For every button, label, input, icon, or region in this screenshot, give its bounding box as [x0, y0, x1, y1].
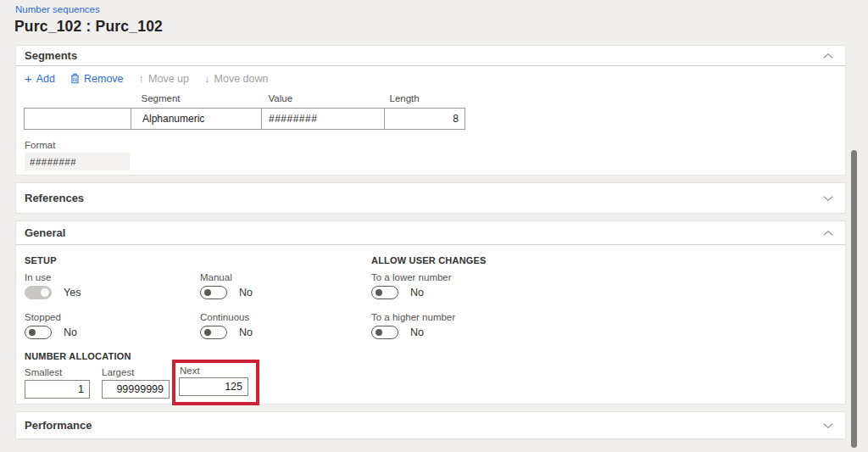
manual-value: No	[239, 287, 253, 299]
next-input[interactable]	[179, 377, 248, 396]
page-title: Purc_102 : Purc_102	[14, 18, 163, 36]
stopped-toggle[interactable]	[25, 326, 52, 339]
in-use-value: Yes	[64, 287, 81, 299]
move-up-button-label: Move up	[148, 73, 189, 85]
smallest-input[interactable]	[25, 380, 90, 399]
continuous-value: No	[239, 326, 253, 338]
allow-user-changes-group-heading: ALLOW USER CHANGES	[371, 255, 487, 265]
add-button[interactable]: + Add	[25, 73, 55, 85]
section-general: General SETUP ALLOW USER CHANGES In use …	[15, 220, 846, 405]
value-cell[interactable]: ########	[262, 109, 385, 130]
row-selector-cell[interactable]	[25, 109, 131, 130]
in-use-label: In use	[25, 272, 81, 282]
manual-label: Manual	[200, 272, 253, 282]
to-higher-number-field: To a higher number No	[371, 312, 455, 339]
manual-toggle[interactable]	[200, 286, 227, 299]
smallest-label: Smallest	[25, 367, 90, 377]
row-selector-column-header	[25, 92, 131, 109]
smallest-field: Smallest	[25, 367, 90, 399]
arrow-up-icon: ↑	[139, 72, 145, 85]
section-segments: Segments + Add Remove ↑ Move up ↓ Move d…	[15, 45, 846, 176]
segment-column-header: Segment	[131, 92, 262, 109]
to-lower-number-label: To a lower number	[371, 272, 452, 282]
section-performance-header[interactable]: Performance	[16, 412, 845, 438]
stopped-field: Stopped No	[25, 312, 77, 339]
segments-table-header-row: Segment Value Length	[25, 92, 465, 109]
to-lower-number-value: No	[410, 287, 424, 299]
continuous-label: Continuous	[200, 312, 253, 322]
segment-cell[interactable]: Alphanumeric	[131, 109, 262, 130]
section-performance-title: Performance	[25, 419, 92, 432]
continuous-toggle[interactable]	[200, 326, 227, 339]
move-down-button[interactable]: ↓ Move down	[204, 72, 268, 85]
to-lower-number-field: To a lower number No	[371, 272, 452, 299]
toggle-knob	[376, 329, 382, 336]
toggle-knob	[29, 329, 36, 336]
section-references: References	[15, 182, 846, 214]
next-field-highlight-box: Next	[172, 360, 259, 405]
in-use-field: In use Yes	[25, 272, 81, 299]
stopped-value: No	[64, 326, 77, 338]
stopped-label: Stopped	[25, 312, 77, 322]
toggle-knob	[41, 288, 49, 297]
breadcrumb[interactable]: Number sequences	[15, 4, 100, 14]
remove-button[interactable]: Remove	[70, 73, 124, 85]
length-column-header: Length	[385, 92, 465, 109]
number-allocation-group-heading: NUMBER ALLOCATION	[25, 351, 131, 361]
format-label: Format	[25, 140, 845, 150]
plus-icon: +	[25, 74, 32, 84]
chevron-down-icon[interactable]	[823, 422, 833, 429]
toggle-knob	[204, 329, 211, 336]
format-field[interactable]	[25, 153, 130, 170]
largest-input[interactable]	[102, 380, 170, 399]
length-cell[interactable]: 8	[385, 109, 465, 130]
vertical-scrollbar[interactable]	[851, 150, 857, 448]
next-label: Next	[180, 366, 256, 376]
move-down-button-label: Move down	[214, 73, 269, 85]
segments-toolbar: + Add Remove ↑ Move up ↓ Move down	[25, 72, 845, 85]
toggle-knob	[204, 289, 211, 296]
section-segments-title: Segments	[25, 49, 77, 62]
table-row[interactable]: Alphanumeric ######## 8	[25, 109, 465, 130]
arrow-down-icon: ↓	[204, 72, 210, 85]
section-general-title: General	[25, 226, 65, 239]
segments-table: Segment Value Length Alphanumeric ######…	[24, 92, 465, 130]
value-column-header: Value	[262, 92, 385, 109]
continuous-field: Continuous No	[200, 312, 253, 339]
trash-icon	[70, 73, 80, 84]
manual-field: Manual No	[200, 272, 253, 299]
to-higher-number-toggle[interactable]	[371, 326, 398, 339]
largest-field: Largest	[102, 367, 170, 399]
move-up-button[interactable]: ↑ Move up	[139, 72, 189, 85]
chevron-down-icon[interactable]	[823, 195, 833, 202]
setup-group-heading: SETUP	[25, 255, 57, 265]
largest-label: Largest	[102, 367, 170, 377]
to-lower-number-toggle[interactable]	[371, 286, 398, 299]
section-references-title: References	[25, 192, 84, 204]
section-references-header[interactable]: References	[16, 183, 845, 213]
remove-button-label: Remove	[84, 73, 124, 85]
toggle-knob	[376, 289, 382, 296]
chevron-up-icon[interactable]	[823, 230, 833, 237]
section-general-header[interactable]: General	[16, 221, 845, 245]
section-performance: Performance	[15, 411, 846, 439]
to-higher-number-value: No	[410, 326, 424, 338]
add-button-label: Add	[36, 73, 55, 85]
to-higher-number-label: To a higher number	[371, 312, 455, 322]
number-sequence-detail-page: Number sequences Purc_102 : Purc_102 Seg…	[0, 0, 868, 452]
section-segments-header[interactable]: Segments	[16, 46, 845, 66]
in-use-toggle[interactable]	[25, 286, 52, 299]
chevron-up-icon[interactable]	[823, 53, 833, 59]
